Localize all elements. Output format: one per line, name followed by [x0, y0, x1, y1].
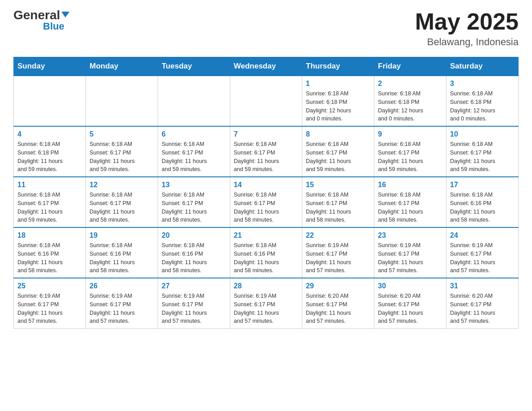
month-year-title: May 2025	[415, 9, 519, 34]
calendar-week-row-5: 25Sunrise: 6:19 AM Sunset: 6:17 PM Dayli…	[14, 278, 519, 329]
calendar-cell: 2Sunrise: 6:18 AM Sunset: 6:18 PM Daylig…	[374, 76, 446, 126]
calendar-week-row-2: 4Sunrise: 6:18 AM Sunset: 6:18 PM Daylig…	[14, 126, 519, 177]
day-number: 5	[90, 130, 154, 138]
calendar-cell: 24Sunrise: 6:19 AM Sunset: 6:17 PM Dayli…	[446, 227, 519, 278]
day-number: 16	[378, 181, 442, 189]
day-number: 25	[17, 282, 82, 290]
calendar-cell: 20Sunrise: 6:18 AM Sunset: 6:16 PM Dayli…	[158, 227, 230, 278]
calendar-cell: 10Sunrise: 6:18 AM Sunset: 6:17 PM Dayli…	[446, 126, 519, 177]
calendar-cell: 4Sunrise: 6:18 AM Sunset: 6:18 PM Daylig…	[14, 126, 86, 177]
day-info: Sunrise: 6:18 AM Sunset: 6:16 PM Dayligh…	[450, 191, 515, 224]
day-info: Sunrise: 6:19 AM Sunset: 6:17 PM Dayligh…	[378, 241, 442, 275]
day-info: Sunrise: 6:20 AM Sunset: 6:17 PM Dayligh…	[378, 292, 442, 325]
calendar-cell: 29Sunrise: 6:20 AM Sunset: 6:17 PM Dayli…	[302, 278, 374, 329]
day-number: 8	[306, 130, 370, 138]
calendar-cell: 9Sunrise: 6:18 AM Sunset: 6:17 PM Daylig…	[374, 126, 446, 177]
calendar-cell: 26Sunrise: 6:19 AM Sunset: 6:17 PM Dayli…	[86, 278, 158, 329]
calendar-cell	[158, 76, 230, 126]
day-number: 28	[234, 282, 298, 290]
calendar-cell	[230, 76, 302, 126]
day-number: 29	[306, 282, 370, 290]
day-info: Sunrise: 6:18 AM Sunset: 6:18 PM Dayligh…	[306, 90, 370, 123]
calendar-cell: 25Sunrise: 6:19 AM Sunset: 6:17 PM Dayli…	[14, 278, 86, 329]
calendar-cell: 22Sunrise: 6:19 AM Sunset: 6:17 PM Dayli…	[302, 227, 374, 278]
calendar-week-row-4: 18Sunrise: 6:18 AM Sunset: 6:16 PM Dayli…	[14, 227, 519, 278]
calendar-cell: 21Sunrise: 6:18 AM Sunset: 6:16 PM Dayli…	[230, 227, 302, 278]
header-saturday: Saturday	[446, 57, 519, 76]
calendar-cell: 11Sunrise: 6:18 AM Sunset: 6:17 PM Dayli…	[14, 177, 86, 227]
day-number: 15	[306, 181, 370, 189]
day-info: Sunrise: 6:18 AM Sunset: 6:17 PM Dayligh…	[162, 191, 226, 224]
day-number: 1	[306, 80, 370, 88]
header-sunday: Sunday	[14, 57, 86, 76]
calendar-week-row-1: 1Sunrise: 6:18 AM Sunset: 6:18 PM Daylig…	[14, 76, 519, 126]
calendar-cell: 23Sunrise: 6:19 AM Sunset: 6:17 PM Dayli…	[374, 227, 446, 278]
day-info: Sunrise: 6:19 AM Sunset: 6:17 PM Dayligh…	[450, 241, 515, 275]
calendar-cell: 19Sunrise: 6:18 AM Sunset: 6:16 PM Dayli…	[86, 227, 158, 278]
day-number: 2	[378, 80, 442, 88]
day-info: Sunrise: 6:18 AM Sunset: 6:17 PM Dayligh…	[378, 140, 442, 174]
calendar-cell	[86, 76, 158, 126]
day-number: 30	[378, 282, 442, 290]
calendar-cell: 13Sunrise: 6:18 AM Sunset: 6:17 PM Dayli…	[158, 177, 230, 227]
day-info: Sunrise: 6:18 AM Sunset: 6:17 PM Dayligh…	[378, 191, 442, 224]
day-info: Sunrise: 6:18 AM Sunset: 6:18 PM Dayligh…	[378, 90, 442, 123]
calendar-cell: 15Sunrise: 6:18 AM Sunset: 6:17 PM Dayli…	[302, 177, 374, 227]
logo: General Blue	[13, 9, 69, 31]
day-number: 23	[378, 231, 442, 240]
day-number: 18	[17, 231, 82, 240]
day-number: 11	[17, 181, 82, 189]
title-section: May 2025 Belawang, Indonesia	[415, 9, 519, 48]
calendar-cell	[14, 76, 86, 126]
header-friday: Friday	[374, 57, 446, 76]
day-info: Sunrise: 6:19 AM Sunset: 6:17 PM Dayligh…	[306, 241, 370, 275]
day-number: 22	[306, 231, 370, 240]
logo-blue-text: Blue	[43, 21, 64, 32]
day-info: Sunrise: 6:18 AM Sunset: 6:17 PM Dayligh…	[450, 140, 515, 174]
calendar-cell: 12Sunrise: 6:18 AM Sunset: 6:17 PM Dayli…	[86, 177, 158, 227]
header-tuesday: Tuesday	[158, 57, 230, 76]
day-info: Sunrise: 6:20 AM Sunset: 6:17 PM Dayligh…	[450, 292, 515, 325]
day-number: 9	[378, 130, 442, 138]
day-info: Sunrise: 6:19 AM Sunset: 6:17 PM Dayligh…	[234, 292, 298, 325]
day-number: 27	[162, 282, 226, 290]
day-number: 13	[162, 181, 226, 189]
day-info: Sunrise: 6:20 AM Sunset: 6:17 PM Dayligh…	[306, 292, 370, 325]
day-number: 6	[162, 130, 226, 138]
calendar-cell: 16Sunrise: 6:18 AM Sunset: 6:17 PM Dayli…	[374, 177, 446, 227]
location-subtitle: Belawang, Indonesia	[415, 36, 519, 48]
day-info: Sunrise: 6:18 AM Sunset: 6:16 PM Dayligh…	[234, 241, 298, 275]
day-info: Sunrise: 6:18 AM Sunset: 6:16 PM Dayligh…	[17, 241, 82, 275]
day-info: Sunrise: 6:18 AM Sunset: 6:17 PM Dayligh…	[17, 191, 82, 224]
day-info: Sunrise: 6:18 AM Sunset: 6:17 PM Dayligh…	[90, 140, 154, 174]
calendar-cell: 1Sunrise: 6:18 AM Sunset: 6:18 PM Daylig…	[302, 76, 374, 126]
day-info: Sunrise: 6:18 AM Sunset: 6:17 PM Dayligh…	[234, 140, 298, 174]
logo-triangle-icon	[61, 12, 69, 17]
day-info: Sunrise: 6:19 AM Sunset: 6:17 PM Dayligh…	[17, 292, 82, 325]
calendar-cell: 6Sunrise: 6:18 AM Sunset: 6:17 PM Daylig…	[158, 126, 230, 177]
day-number: 12	[90, 181, 154, 189]
calendar-cell: 14Sunrise: 6:18 AM Sunset: 6:17 PM Dayli…	[230, 177, 302, 227]
calendar-cell: 5Sunrise: 6:18 AM Sunset: 6:17 PM Daylig…	[86, 126, 158, 177]
day-info: Sunrise: 6:19 AM Sunset: 6:17 PM Dayligh…	[162, 292, 226, 325]
header-thursday: Thursday	[302, 57, 374, 76]
calendar-cell: 7Sunrise: 6:18 AM Sunset: 6:17 PM Daylig…	[230, 126, 302, 177]
calendar-cell: 27Sunrise: 6:19 AM Sunset: 6:17 PM Dayli…	[158, 278, 230, 329]
day-info: Sunrise: 6:18 AM Sunset: 6:17 PM Dayligh…	[162, 140, 226, 174]
calendar-header-row: Sunday Monday Tuesday Wednesday Thursday…	[14, 57, 519, 76]
calendar-cell: 30Sunrise: 6:20 AM Sunset: 6:17 PM Dayli…	[374, 278, 446, 329]
header-wednesday: Wednesday	[230, 57, 302, 76]
day-number: 3	[450, 80, 515, 88]
day-info: Sunrise: 6:18 AM Sunset: 6:17 PM Dayligh…	[90, 191, 154, 224]
day-info: Sunrise: 6:18 AM Sunset: 6:18 PM Dayligh…	[450, 90, 515, 123]
day-info: Sunrise: 6:18 AM Sunset: 6:16 PM Dayligh…	[162, 241, 226, 275]
calendar-cell: 18Sunrise: 6:18 AM Sunset: 6:16 PM Dayli…	[14, 227, 86, 278]
day-number: 21	[234, 231, 298, 240]
day-number: 14	[234, 181, 298, 189]
day-number: 24	[450, 231, 515, 240]
page-header: General Blue May 2025 Belawang, Indonesi…	[13, 9, 519, 48]
day-number: 4	[17, 130, 82, 138]
day-number: 20	[162, 231, 226, 240]
day-info: Sunrise: 6:18 AM Sunset: 6:17 PM Dayligh…	[306, 191, 370, 224]
day-info: Sunrise: 6:18 AM Sunset: 6:18 PM Dayligh…	[17, 140, 82, 174]
